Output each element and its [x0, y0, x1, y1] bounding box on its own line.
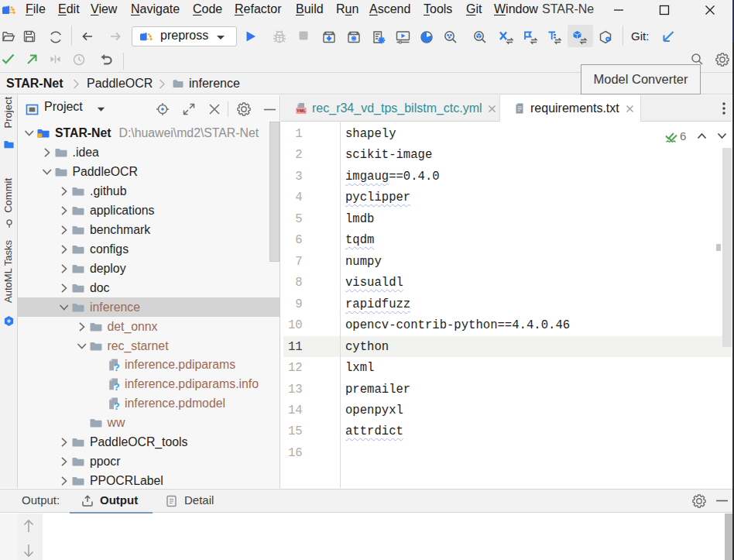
svg-text:?: ?: [114, 362, 120, 373]
svg-text:YML: YML: [297, 108, 306, 113]
svg-text:?: ?: [114, 400, 120, 412]
svg-text:?: ?: [114, 381, 120, 393]
